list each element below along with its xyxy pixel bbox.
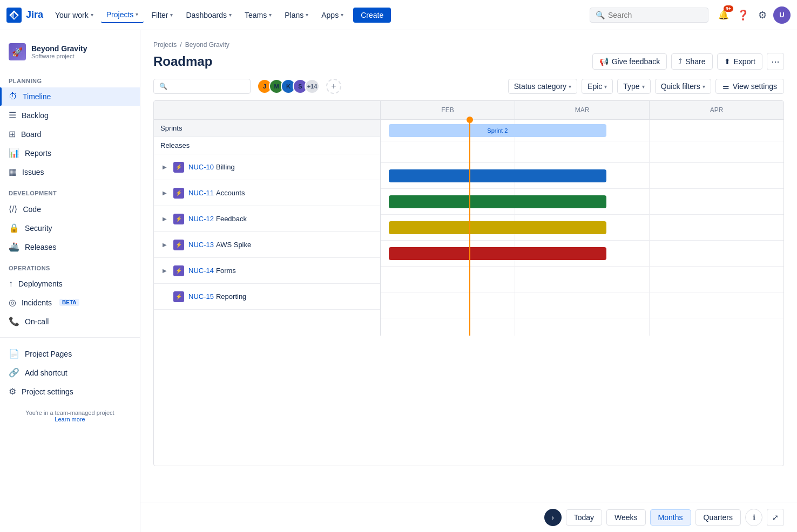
expand-icon[interactable]: ▶ [160, 189, 169, 197]
table-row[interactable]: ▶ ⚡ NUC-11 Accounts [154, 180, 380, 206]
search-icon: 🔍 [596, 11, 605, 19]
avatar-count[interactable]: +14 [305, 79, 320, 94]
sidebar-item-releases[interactable]: 🚢 Releases [0, 237, 140, 256]
issue-key[interactable]: NUC-14 [188, 267, 214, 275]
nav-your-work[interactable]: Your work ▾ [50, 8, 99, 23]
type-filter[interactable]: Type ▾ [617, 79, 650, 94]
issue-type-icon: ⚡ [173, 291, 184, 302]
issue-key[interactable]: NUC-11 [188, 189, 214, 197]
gantt-bar-aws-spike[interactable] [389, 247, 606, 260]
gantt-row-billing[interactable] [381, 163, 784, 189]
info-button[interactable]: ℹ [745, 509, 762, 526]
chevron-icon: ▾ [136, 11, 138, 17]
export-button[interactable]: ⬆ Export [717, 53, 762, 70]
export-label: Export [734, 57, 755, 66]
gantt-bar-feedback[interactable] [389, 221, 606, 234]
planning-section-label: PLANNING [0, 69, 140, 87]
issue-search-input[interactable] [171, 82, 246, 91]
gantt-bar-accounts[interactable] [389, 195, 606, 208]
nav-projects[interactable]: Projects ▾ [101, 7, 144, 23]
expand-icon[interactable]: ▶ [160, 163, 169, 172]
sidebar-item-oncall[interactable]: 📞 On-call [0, 312, 140, 331]
table-row[interactable]: ▶ ⚡ NUC-13 AWS Spike [154, 232, 380, 258]
expand-icon[interactable]: ▶ [160, 267, 169, 275]
month-mar: MAR [515, 101, 650, 119]
sidebar-item-add-shortcut[interactable]: 🔗 Add shortcut [0, 363, 140, 382]
nav-dashboards[interactable]: Dashboards ▾ [180, 8, 237, 23]
table-row[interactable]: ▶ ⚡ NUC-14 Forms [154, 258, 380, 284]
search-icon: 🔍 [159, 83, 167, 90]
sprint-2-bar[interactable]: Sprint 2 [389, 124, 606, 137]
expand-icon[interactable]: ▶ [160, 241, 169, 249]
breadcrumb-projects[interactable]: Projects [153, 41, 177, 49]
nav-plans[interactable]: Plans ▾ [279, 8, 314, 23]
sidebar-item-project-pages[interactable]: 📄 Project Pages [0, 344, 140, 363]
nav-teams[interactable]: Teams ▾ [239, 8, 277, 23]
nav-apps[interactable]: Apps ▾ [316, 8, 349, 23]
issue-search-box[interactable]: 🔍 [153, 79, 251, 94]
today-button[interactable]: Today [566, 509, 602, 526]
gantt-row-accounts[interactable] [381, 189, 784, 215]
more-options-button[interactable]: ··· [767, 53, 784, 70]
create-button[interactable]: Create [353, 8, 391, 23]
notifications-button[interactable]: 🔔 9+ [715, 6, 732, 24]
sidebar-footer-link[interactable]: Learn more [55, 416, 85, 422]
sidebar-item-label: Issues [22, 168, 44, 176]
issue-key[interactable]: NUC-10 [188, 163, 214, 171]
breadcrumb-project[interactable]: Beyond Gravity [185, 41, 229, 49]
sidebar-item-label: Add shortcut [25, 369, 67, 377]
chevron-icon: ▾ [306, 12, 308, 18]
add-avatar-button[interactable]: + [326, 79, 341, 94]
quick-filters[interactable]: Quick filters ▾ [655, 79, 711, 94]
quarters-button[interactable]: Quarters [695, 509, 741, 526]
sidebar-item-security[interactable]: 🔒 Security [0, 219, 140, 237]
settings-button[interactable]: ⚙ [754, 6, 771, 24]
backlog-icon: ☰ [9, 110, 16, 120]
nav-logo[interactable]: Jira [6, 8, 43, 23]
gantt-row-aws-spike[interactable] [381, 241, 784, 267]
gantt-bar-billing[interactable] [389, 169, 606, 182]
gantt-row-feedback[interactable] [381, 215, 784, 241]
prev-button[interactable]: › [544, 509, 562, 526]
nav-filter[interactable]: Filter ▾ [146, 8, 178, 23]
gantt-row-reporting[interactable] [381, 292, 784, 318]
chevron-icon: ▾ [269, 12, 272, 18]
sidebar-item-backlog[interactable]: ☰ Backlog [0, 106, 140, 125]
table-row[interactable]: ▶ ⚡ NUC-10 Billing [154, 154, 380, 180]
table-row[interactable]: ▶ ⚡ NUC-15 Reporting [154, 284, 380, 310]
sidebar-item-code[interactable]: ⟨/⟩ Code [0, 200, 140, 219]
sidebar-item-board[interactable]: ⊞ Board [0, 125, 140, 144]
issue-name: Accounts [216, 189, 245, 197]
sidebar-item-deployments[interactable]: ↑ Deployments [0, 275, 140, 293]
expand-icon[interactable]: ▶ [160, 215, 169, 223]
issue-key[interactable]: NUC-13 [188, 241, 214, 249]
issue-name: Forms [216, 267, 236, 275]
beta-badge: BETA [59, 299, 79, 306]
table-row[interactable]: ▶ ⚡ NUC-12 Feedback [154, 206, 380, 232]
sidebar-item-reports[interactable]: 📊 Reports [0, 144, 140, 162]
search-input[interactable] [608, 11, 694, 19]
type-label: Type [623, 82, 639, 91]
view-settings-button[interactable]: ⚌ View settings [715, 79, 784, 94]
today-line [469, 120, 470, 336]
sidebar-item-project-settings[interactable]: ⚙ Project settings [0, 382, 140, 401]
sidebar-item-label: Releases [25, 243, 56, 251]
issue-key[interactable]: NUC-12 [188, 215, 214, 223]
help-button[interactable]: ❓ [734, 6, 752, 24]
share-button[interactable]: ⤴ Share [671, 53, 712, 70]
epic-filter[interactable]: Epic ▾ [582, 79, 613, 94]
expand-button[interactable]: ⤢ [767, 509, 784, 526]
give-feedback-button[interactable]: 📢 Give feedback [592, 53, 667, 70]
issue-key[interactable]: NUC-15 [188, 292, 214, 301]
search-box[interactable]: 🔍 [590, 8, 708, 23]
issue-name: AWS Spike [216, 241, 251, 249]
months-button[interactable]: Months [650, 509, 691, 526]
sidebar-item-incidents[interactable]: ◎ Incidents BETA [0, 293, 140, 312]
user-avatar[interactable]: U [773, 6, 791, 24]
status-category-filter[interactable]: Status category ▾ [508, 79, 577, 94]
quick-filters-label: Quick filters [661, 82, 700, 91]
sidebar-item-timeline[interactable]: ⏱ Timeline [0, 87, 140, 106]
gantt-row-forms[interactable] [381, 267, 784, 292]
weeks-button[interactable]: Weeks [606, 509, 646, 526]
sidebar-item-issues[interactable]: ▦ Issues [0, 162, 140, 181]
